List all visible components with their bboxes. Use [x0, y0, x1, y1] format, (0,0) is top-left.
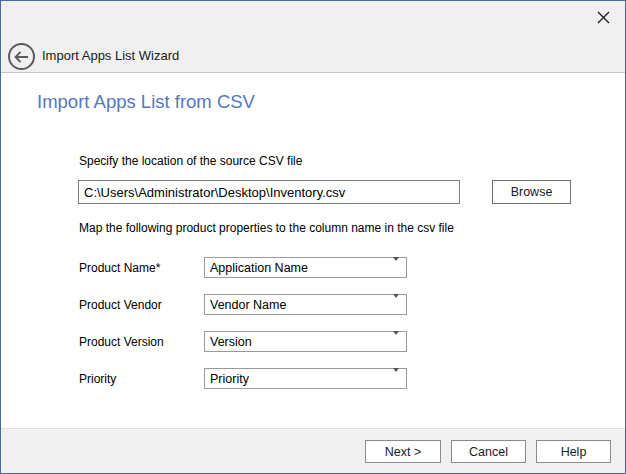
mapping-row-priority: Priority Priority: [79, 368, 409, 389]
product-name-combobox[interactable]: Application Name: [204, 257, 407, 278]
product-version-combobox[interactable]: Version: [204, 331, 407, 352]
arrow-left-icon: [14, 51, 29, 63]
footer-bar: Next > Cancel Help: [1, 428, 625, 473]
source-file-label: Specify the location of the source CSV f…: [79, 154, 302, 168]
wizard-window: Import Apps List Wizard Import Apps List…: [0, 0, 626, 474]
selected-value: Application Name: [210, 261, 308, 275]
selected-value: Priority: [210, 372, 249, 386]
mapping-row-product-vendor: Product Vendor Vendor Name: [79, 294, 409, 315]
next-button[interactable]: Next >: [365, 440, 441, 463]
wizard-title: Import Apps List Wizard: [42, 48, 179, 63]
selected-value: Version: [210, 335, 252, 349]
browse-button[interactable]: Browse: [492, 180, 571, 204]
csv-path-input[interactable]: [78, 180, 460, 204]
caret-down-icon: [393, 335, 400, 349]
caret-down-icon: [393, 372, 400, 386]
selected-value: Vendor Name: [210, 298, 286, 312]
priority-combobox[interactable]: Priority: [204, 368, 407, 389]
mapping-row-product-name: Product Name* Application Name: [79, 257, 409, 278]
cancel-button[interactable]: Cancel: [451, 440, 526, 463]
product-name-label: Product Name*: [79, 261, 204, 275]
close-button[interactable]: [591, 7, 615, 31]
back-button[interactable]: [8, 43, 35, 70]
product-vendor-label: Product Vendor: [79, 298, 204, 312]
page-title: Import Apps List from CSV: [37, 91, 255, 113]
product-version-label: Product Version: [79, 335, 204, 349]
close-icon: [597, 10, 610, 28]
priority-label: Priority: [79, 372, 204, 386]
mapping-instruction-label: Map the following product properties to …: [79, 221, 454, 235]
caret-down-icon: [393, 261, 400, 275]
mapping-row-product-version: Product Version Version: [79, 331, 409, 352]
product-vendor-combobox[interactable]: Vendor Name: [204, 294, 407, 315]
caret-down-icon: [393, 298, 400, 312]
help-button[interactable]: Help: [536, 440, 611, 463]
